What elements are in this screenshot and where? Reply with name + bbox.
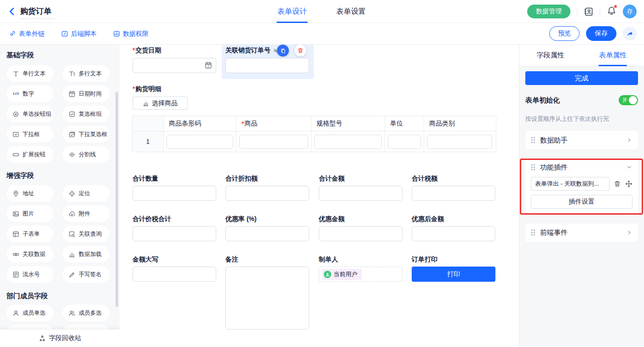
toolbar-links: 表单外链 后端脚本 数据权限 (9, 23, 149, 45)
plugin-select[interactable]: 表单弹出 - 关联数据到... (531, 177, 610, 191)
sum-qty-input[interactable] (132, 186, 216, 201)
form-init-toggle[interactable]: 开 (619, 95, 638, 105)
sidebar-item-attachment[interactable]: 附件 (63, 205, 109, 222)
drag-handle-icon[interactable] (531, 229, 535, 236)
sidebar-item-subform[interactable]: 子表单 (6, 226, 53, 242)
delete-plugin-icon[interactable] (614, 180, 621, 188)
share-button[interactable] (623, 27, 637, 40)
col-label: 商品条形码 (169, 119, 201, 128)
category-input[interactable] (427, 135, 492, 149)
sidebar-item-select[interactable]: 下拉框 (6, 126, 53, 142)
notifications-button[interactable] (607, 6, 616, 17)
script-icon (61, 30, 68, 37)
sidebar-item-multi-select[interactable]: 下拉复选框 (63, 126, 109, 142)
sidebar-item-extend-button[interactable]: 扩展按钮 (6, 146, 53, 163)
sidebar-item-address[interactable]: 地址 (6, 185, 53, 202)
tab-form-design-label: 表单设计 (277, 7, 307, 15)
sidebar-item-geolocation[interactable]: 定位 (63, 185, 109, 202)
section-member-fields: 部门成员字段 (6, 292, 48, 301)
data-manage-button[interactable]: 数据管理 (527, 5, 570, 18)
plugin-settings-button[interactable]: 插件设置 (531, 195, 632, 209)
function-plugin-card[interactable]: 功能插件 表单弹出 - 关联数据到... 插件设置 (525, 159, 638, 214)
data-assistant-card[interactable]: 数据助手 (525, 131, 638, 149)
save-button[interactable]: 保存 (586, 26, 616, 41)
sidebar-item-number[interactable]: 123数字 (6, 85, 53, 102)
print-button[interactable]: 打印 (412, 267, 495, 282)
sidebar-item-related-data[interactable]: 关联数据 (6, 246, 53, 262)
sidebar-item-serial-number[interactable]: 流水号 (6, 266, 53, 283)
divider (600, 7, 600, 16)
sum-discount-input[interactable] (225, 186, 309, 201)
basic-fields-grid: 单行文本 多行文本 123数字 7日期时间 单选按钮组 复选框组 下拉框 下拉复… (6, 65, 109, 163)
sum-total-input[interactable] (132, 226, 216, 241)
sidebar-item-checkbox-group[interactable]: 复选框组 (63, 106, 109, 122)
product-input[interactable] (239, 135, 308, 149)
discount-rate-label: 优惠率 (%) (225, 215, 257, 223)
frontend-events-card[interactable]: 前端事件 (525, 223, 638, 242)
creator-field[interactable]: 当前用户 (319, 267, 402, 282)
item-label: 流水号 (23, 271, 40, 279)
item-label: 多行文本 (79, 70, 102, 78)
tab-form-settings[interactable]: 表单设置 (336, 0, 366, 23)
sidebar-item-related-query[interactable]: 关联查询 (63, 226, 109, 242)
image-icon (12, 210, 19, 217)
barcode-input[interactable] (167, 135, 233, 149)
tab-form-design[interactable]: 表单设计 (277, 0, 307, 23)
sum-total-label: 合计价税合计 (132, 215, 171, 223)
select-product-button[interactable]: 选择商品 (132, 97, 188, 110)
backend-script-button[interactable]: 后端脚本 (61, 30, 97, 38)
external-link-button[interactable]: 表单外链 (9, 30, 45, 38)
move-plugin-icon[interactable] (625, 180, 632, 188)
tab-form-settings-label: 表单设置 (336, 7, 366, 15)
form-toolbar: 表单外链 后端脚本 数据权限 预览 保存 (0, 23, 644, 45)
delivery-date-input[interactable] (132, 58, 216, 73)
delete-field-button[interactable] (294, 45, 306, 57)
notification-dot (614, 5, 617, 8)
sum-amount-input[interactable] (319, 186, 402, 201)
avatar[interactable]: 存 (623, 5, 637, 18)
back-icon[interactable] (7, 7, 17, 16)
amount-words-input[interactable] (132, 267, 216, 282)
title-edit-underline (20, 18, 54, 19)
sidebar-item-member-multi[interactable]: 成员多选 (63, 305, 109, 321)
discount-amount-label: 优惠金额 (319, 215, 345, 223)
sidebar-item-member-single[interactable]: 成员单选 (6, 305, 53, 321)
done-button[interactable]: 完成 (525, 71, 638, 85)
field-recycle-bin[interactable]: 字段回收站 (0, 330, 120, 347)
related-order-input[interactable] (225, 58, 309, 73)
tab-form-properties[interactable]: 表单属性 (582, 45, 644, 66)
sidebar-item-signature[interactable]: 手写签名 (63, 266, 109, 283)
sum-tax-input[interactable] (412, 186, 495, 201)
external-link-label: 表单外链 (19, 30, 45, 38)
extend-button-icon (12, 151, 19, 158)
remark-textarea[interactable] (225, 267, 309, 330)
sidebar-item-divider-line[interactable]: 分割线 (63, 146, 109, 163)
sidebar-item-data-load[interactable]: 数据加载 (63, 246, 109, 262)
drag-handle-icon[interactable] (531, 164, 535, 171)
function-plugin-wrap: 功能插件 表单弹出 - 关联数据到... 插件设置 (525, 159, 638, 214)
label-text: 购货明细 (135, 85, 161, 92)
sidebar-item-image[interactable]: 图片 (6, 205, 53, 222)
spec-input[interactable] (314, 135, 382, 149)
tab-field-properties[interactable]: 字段属性 (519, 45, 582, 66)
user-avatar-dot (324, 271, 331, 278)
unit-input[interactable] (388, 135, 421, 149)
sidebar-item-single-line-text[interactable]: 单行文本 (6, 65, 53, 82)
sidebar-item-multi-line-text[interactable]: 多行文本 (63, 65, 109, 82)
related-order-field-selected[interactable]: 关联销货订单号 (222, 45, 314, 79)
copy-field-button[interactable] (277, 45, 289, 57)
drag-handle-icon[interactable] (531, 137, 535, 143)
after-discount-input[interactable] (412, 226, 495, 241)
geolocation-icon (69, 190, 75, 197)
current-user-tag: 当前用户 (322, 269, 362, 280)
product-cell (236, 131, 311, 152)
sidebar-item-radio-group[interactable]: 单选按钮组 (6, 106, 53, 122)
preview-button[interactable]: 预览 (549, 26, 580, 41)
sidebar-item-datetime[interactable]: 7日期时间 (63, 85, 109, 102)
sidebar-scrollbar[interactable] (115, 92, 118, 307)
discount-rate-input[interactable] (225, 226, 309, 241)
contacts-icon[interactable] (584, 7, 593, 17)
select-product-label: 选择商品 (152, 99, 178, 108)
data-permission-button[interactable]: 数据权限 (113, 30, 149, 38)
discount-amount-input[interactable] (319, 226, 402, 241)
